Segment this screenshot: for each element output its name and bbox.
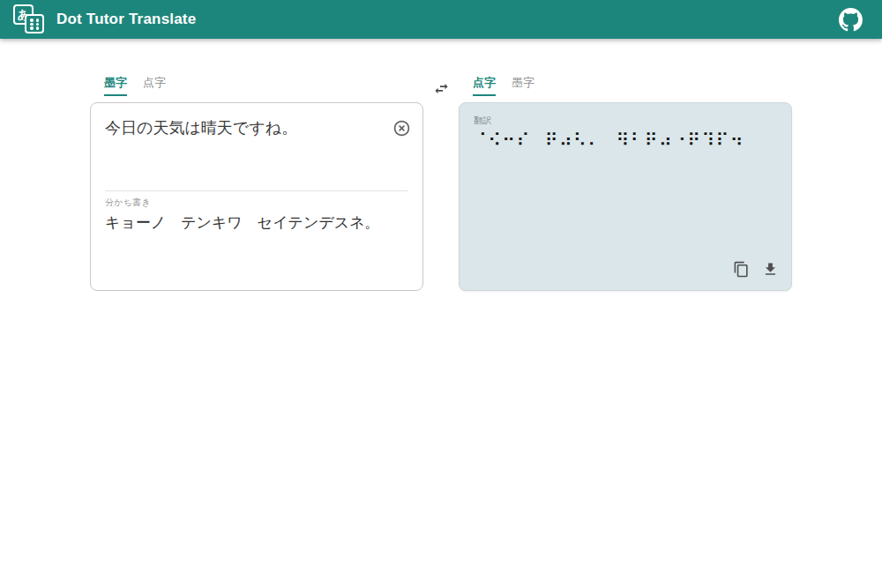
app-header: あ Dot Tutor Translate: [0, 0, 882, 39]
translate-workspace: 墨字 点字 今日の天気は晴天ですね。 分かち書き キョーノ テンキワ セイテンデ…: [90, 75, 792, 291]
logo-braille-card: [25, 14, 44, 33]
wakachigaki-section: 分かち書き キョーノ テンキワ セイテンデスネ。: [105, 197, 408, 234]
braille-output-text: ⠈⠪⠒⠎⠀⠟⠴⠣⠄⠀⠻⠃⠟⠴⠐⠟⠹⠏⠲: [474, 130, 777, 151]
swap-arrows-icon: [433, 80, 450, 97]
translation-label: 翻訳: [474, 115, 777, 127]
source-card: 今日の天気は晴天ですね。 分かち書き キョーノ テンキワ セイテンデスネ。: [90, 102, 423, 291]
wakachigaki-text: キョーノ テンキワ セイテンデスネ。: [105, 212, 408, 234]
card-divider: [105, 190, 408, 191]
app-logo-icon: あ: [12, 3, 48, 36]
swap-column: [423, 75, 459, 99]
source-panel: 墨字 点字 今日の天気は晴天ですね。 分かち書き キョーノ テンキワ セイテンデ…: [90, 75, 423, 291]
output-card: 翻訳 ⠈⠪⠒⠎⠀⠟⠴⠣⠄⠀⠻⠃⠟⠴⠐⠟⠹⠏⠲: [459, 102, 792, 291]
tab-output-sumiji[interactable]: 墨字: [512, 75, 534, 96]
copy-button[interactable]: [730, 258, 751, 279]
output-panel: 点字 墨字 翻訳 ⠈⠪⠒⠎⠀⠟⠴⠣⠄⠀⠻⠃⠟⠴⠐⠟⠹⠏⠲: [459, 75, 792, 291]
wakachigaki-label: 分かち書き: [105, 197, 408, 209]
source-text-input[interactable]: 今日の天気は晴天ですね。: [105, 116, 378, 187]
swap-languages-button[interactable]: [430, 78, 452, 99]
github-icon[interactable]: [838, 7, 863, 32]
copy-icon: [733, 261, 750, 278]
download-button[interactable]: [759, 258, 781, 279]
tab-output-tenji[interactable]: 点字: [473, 75, 496, 96]
tab-source-sumiji[interactable]: 墨字: [104, 75, 127, 96]
clear-input-button[interactable]: [391, 119, 412, 140]
circled-x-icon: [392, 119, 411, 138]
download-icon: [762, 261, 779, 278]
app-title: Dot Tutor Translate: [56, 11, 196, 28]
source-tabs: 墨字 点字: [104, 75, 423, 96]
tab-source-tenji[interactable]: 点字: [143, 75, 166, 96]
output-actions: [730, 258, 781, 279]
output-tabs: 点字 墨字: [473, 75, 792, 96]
